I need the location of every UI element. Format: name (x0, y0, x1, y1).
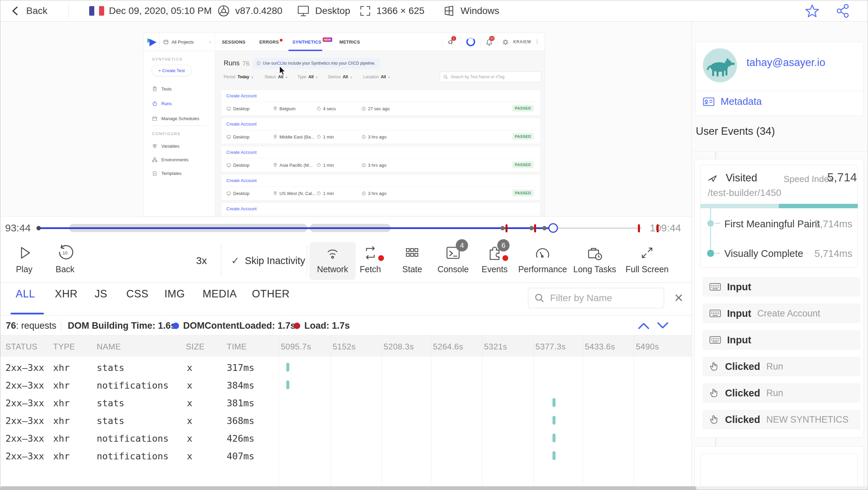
resolution-label: 1366 × 625 (376, 5, 424, 16)
network-request-row[interactable]: 2xx–3xxxhrstatsx368ms (0, 411, 691, 429)
vc-label: Visually Complete (724, 248, 803, 259)
hyena-icon (703, 48, 737, 82)
col-t4: 5321s (484, 342, 507, 352)
search-icon (444, 75, 448, 79)
new-badge: NEW (323, 37, 332, 42)
check-icon: ✓ (231, 255, 239, 266)
event-item-input[interactable]: InputCreate Account (703, 304, 860, 323)
fetch-alert-dot (378, 255, 384, 261)
session-datetime: Dec 09, 2020, 05:10 PM (89, 0, 212, 21)
run-card: Create Account Desktop Middle East (Ba..… (221, 118, 540, 144)
error-marker (657, 224, 659, 232)
tab-all[interactable]: ALL (16, 288, 35, 300)
run-name-link: Create Account (221, 118, 540, 130)
network-filter[interactable] (528, 288, 664, 308)
tab-errors: ERRORS (259, 33, 283, 51)
back-button[interactable]: Back (10, 0, 47, 21)
asayer-logo-icon (147, 37, 157, 47)
app-user-name: KRAIEM (513, 39, 531, 44)
tab-js[interactable]: JS (95, 288, 107, 300)
event-item-input[interactable]: Input (703, 330, 860, 349)
id-card-icon (703, 97, 714, 107)
favorite-button[interactable] (804, 0, 820, 21)
network-request-row[interactable]: 2xx–3xxxhrnotificationsx407ms (0, 447, 691, 464)
col-name: NAME (97, 342, 121, 352)
dcl-dot-icon (173, 323, 179, 329)
user-events-title: User Events (34) (696, 125, 775, 137)
requests-count-stat: 76: requests (6, 321, 57, 331)
timeline-bar[interactable]: 93:44 109:44 (0, 216, 691, 239)
tab-css[interactable]: CSS (126, 288, 148, 300)
info-icon: ⓘ (257, 61, 261, 66)
panel-button-performance[interactable]: Performance (515, 243, 570, 274)
timeline-remaining (553, 228, 642, 229)
resolution-info: 1366 × 625 (359, 0, 424, 21)
create-test-button: + Create Test (151, 65, 192, 76)
network-request-row[interactable]: 2xx–3xxxhrnotificationsx426ms (0, 429, 691, 447)
filter-by-name-input[interactable] (550, 293, 652, 304)
speed-index-label: Speed Index (784, 174, 833, 184)
tab-xhr[interactable]: XHR (55, 288, 78, 300)
sidebar-item-manage-schedules: Manage Schedules (152, 116, 199, 121)
tab-media[interactable]: MEDIA (203, 288, 237, 300)
kebab-menu-icon: ⋮ (534, 38, 540, 45)
panel-button-fetch[interactable]: Fetch (348, 243, 392, 274)
event-item-clicked[interactable]: ClickedNEW SYNTHETICS (703, 410, 860, 429)
events-connector (715, 438, 716, 446)
project-icon (163, 39, 168, 45)
horizontal-scrollbar[interactable] (0, 486, 868, 490)
announcements-icon: 1 (447, 38, 455, 46)
col-t0: 5095.7s (281, 342, 311, 352)
replay-stage: All Projects ∨ SESSIONS ERRORS SYNTHETIC… (0, 21, 691, 216)
bell-badge: 33 (489, 36, 495, 41)
play-button[interactable]: Play (4, 243, 45, 274)
scrollbar-thumb[interactable] (0, 486, 696, 490)
panel-button-state[interactable]: State (390, 243, 434, 274)
panel-button-full-screen[interactable]: Full Screen (620, 243, 674, 274)
load-dot-icon (294, 323, 300, 329)
run-card: Create Account Desktop US West (N. Cal..… (221, 175, 540, 200)
announce-badge: 1 (451, 36, 456, 41)
network-request-row[interactable]: 2xx–3xxxhrstatsx381ms (0, 394, 691, 411)
player-topbar: Back Dec 09, 2020, 05:10 PM v87.0.4280 D… (0, 0, 868, 21)
speed-toggle[interactable]: 3x (196, 255, 207, 266)
metadata-button[interactable]: Metadata (703, 96, 762, 107)
panel-button-long-tasks[interactable]: Long Tasks (567, 243, 622, 274)
recorded-app-screen: All Projects ∨ SESSIONS ERRORS SYNTHETIC… (143, 33, 545, 216)
user-email[interactable]: tahay@asayer.io (746, 56, 825, 69)
search-icon (534, 293, 545, 303)
skip-inactivity-toggle[interactable]: ✓ Skip Inactivity (231, 255, 305, 266)
close-panel-button[interactable]: × (674, 290, 683, 305)
request-timing-bar (552, 451, 556, 460)
playhead-handle[interactable] (548, 223, 558, 233)
fmp-value: 5,714ms (815, 218, 852, 230)
cli-link: CLI (277, 61, 284, 66)
vc-value: 5,714ms (815, 248, 852, 259)
status-badge: PASSED (512, 161, 534, 168)
tab-img[interactable]: IMG (164, 288, 185, 300)
visited-event-card[interactable]: Visited Speed Index 5,714 /test-builder/… (700, 165, 857, 268)
panel-button-console[interactable]: 4 Console (431, 243, 475, 274)
event-item-clicked[interactable]: ClickedRun (703, 357, 860, 376)
back-10s-button[interactable]: 10 Back (45, 243, 85, 274)
network-request-row[interactable]: 2xx–3xxxhrstatsx317ms (0, 358, 691, 376)
performance-gauge-icon (534, 243, 551, 262)
location-pin-icon (273, 163, 277, 167)
col-t6: 5433.6s (585, 342, 615, 352)
event-item-clicked[interactable]: ClickedRun (703, 383, 860, 403)
jump-previous-button[interactable] (636, 321, 651, 330)
run-name-link: Create Account (221, 175, 540, 187)
topbar-divider (68, 3, 69, 19)
share-button[interactable] (835, 0, 851, 21)
panel-button-events[interactable]: 6 Events (472, 243, 517, 274)
svg-text:10: 10 (63, 250, 67, 256)
session-info-sidebar: tahay@asayer.io Metadata User Events (34… (691, 21, 868, 490)
jump-next-button[interactable] (655, 321, 670, 330)
paint-progress-light (701, 204, 779, 208)
network-request-row[interactable]: 2xx–3xxxhrnotificationsx384ms (0, 376, 691, 394)
location-pin-icon (273, 106, 277, 111)
col-t3: 5264.6s (433, 342, 463, 352)
tab-other[interactable]: OTHER (252, 288, 290, 300)
event-item-input[interactable]: Input (703, 277, 860, 296)
vc-dot-icon (707, 250, 714, 257)
